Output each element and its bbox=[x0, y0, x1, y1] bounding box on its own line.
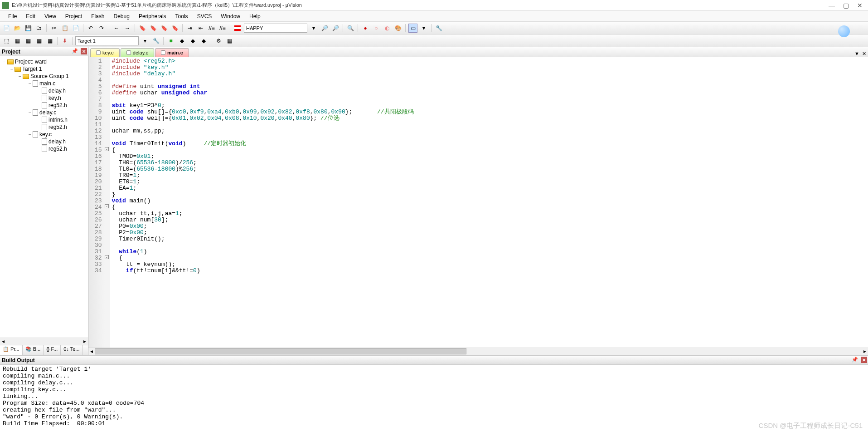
close-button[interactable]: ✕ bbox=[857, 2, 863, 9]
nav-forward-icon[interactable]: → bbox=[123, 24, 132, 33]
indent-icon[interactable]: ⇥ bbox=[185, 24, 194, 33]
layout-dropdown-icon[interactable]: ▾ bbox=[419, 24, 428, 33]
tree-node[interactable]: delay.h bbox=[1, 87, 87, 94]
scroll-left-arrow-icon[interactable]: ◂ bbox=[88, 348, 95, 355]
manage-env-icon[interactable]: ◆ bbox=[188, 36, 197, 45]
redo-icon[interactable]: ↷ bbox=[97, 24, 106, 33]
manage-rte-icon[interactable]: ⚙ bbox=[214, 36, 223, 45]
scroll-left-icon[interactable]: ◂ bbox=[0, 338, 6, 345]
scrollbar-thumb[interactable] bbox=[95, 348, 466, 354]
find-flag-icon[interactable] bbox=[233, 24, 242, 33]
tree-node[interactable]: reg52.h bbox=[1, 123, 87, 131]
tree-toggle-icon[interactable]: − bbox=[27, 110, 33, 115]
new-file-icon[interactable]: 📄 bbox=[2, 24, 11, 33]
tree-node[interactable]: key.h bbox=[1, 94, 87, 102]
tree-node[interactable]: delay.h bbox=[1, 138, 87, 145]
paste-icon[interactable]: 📄 bbox=[71, 24, 80, 33]
tree-toggle-icon[interactable]: − bbox=[17, 74, 23, 79]
rebuild-icon[interactable]: ▦ bbox=[24, 36, 33, 45]
stop-build-icon[interactable]: ▦ bbox=[45, 36, 54, 45]
tree-node[interactable]: −Source Group 1 bbox=[1, 73, 87, 80]
tree-node[interactable]: intrins.h bbox=[1, 116, 87, 123]
maximize-button[interactable]: ▢ bbox=[843, 2, 849, 9]
download-icon[interactable]: ⬇ bbox=[60, 36, 69, 45]
window-layout-icon[interactable]: ▭ bbox=[408, 24, 417, 33]
find-icon[interactable]: 🔎 bbox=[320, 24, 329, 33]
bookmark-next-icon[interactable]: 🔖 bbox=[160, 24, 169, 33]
cut-icon[interactable]: ✂ bbox=[49, 24, 58, 33]
fold-toggle-icon[interactable]: - bbox=[105, 147, 109, 151]
horizontal-scrollbar[interactable]: ◂ ▸ bbox=[88, 348, 868, 355]
project-tab-0[interactable]: 📋 Pr... bbox=[0, 345, 23, 355]
open-icon[interactable]: 📂 bbox=[13, 24, 22, 33]
tree-toggle-icon[interactable]: − bbox=[9, 67, 15, 72]
debug-icon[interactable]: 🔍 bbox=[346, 24, 355, 33]
configure-icon[interactable]: 🔧 bbox=[434, 24, 443, 33]
build-close-icon[interactable]: ✕ bbox=[861, 357, 867, 363]
bookmark-clear-icon[interactable]: 🔖 bbox=[170, 24, 179, 33]
project-tab-2[interactable]: {} F... bbox=[44, 345, 61, 355]
project-tab-3[interactable]: 0↓ Te... bbox=[61, 345, 82, 355]
save-all-icon[interactable]: 🗂 bbox=[34, 24, 44, 33]
build-icon[interactable]: ▦ bbox=[13, 36, 22, 45]
undo-icon[interactable]: ↶ bbox=[86, 24, 95, 33]
pin-icon[interactable]: 📌 bbox=[72, 48, 78, 54]
batch-build-icon[interactable]: ▦ bbox=[34, 36, 44, 45]
outdent-icon[interactable]: ⇤ bbox=[196, 24, 205, 33]
save-icon[interactable]: 💾 bbox=[24, 24, 33, 33]
bookmark-prev-icon[interactable]: 🔖 bbox=[149, 24, 158, 33]
uncomment-icon[interactable]: //≡ bbox=[218, 24, 227, 33]
tree-toggle-icon[interactable]: − bbox=[2, 59, 7, 64]
incremental-find-icon[interactable]: 🔎 bbox=[331, 24, 340, 33]
project-tree[interactable]: −Project: ward−Target 1−Source Group 1−m… bbox=[0, 56, 88, 338]
target-dropdown-icon[interactable]: ▾ bbox=[141, 36, 150, 45]
tree-toggle-icon[interactable]: − bbox=[27, 132, 33, 137]
menu-window[interactable]: Window bbox=[216, 12, 245, 20]
scroll-right-arrow-icon[interactable]: ▸ bbox=[862, 348, 868, 355]
menu-edit[interactable]: Edit bbox=[21, 12, 40, 20]
translate-icon[interactable]: ⬚ bbox=[2, 36, 11, 45]
bookmark-icon[interactable]: 🔖 bbox=[138, 24, 147, 33]
comment-icon[interactable]: //≡ bbox=[207, 24, 216, 33]
menu-peripherals[interactable]: Peripherals bbox=[134, 12, 171, 20]
menu-file[interactable]: File bbox=[4, 12, 21, 20]
options-icon[interactable]: 🔧 bbox=[151, 36, 160, 45]
tab-close-icon[interactable]: ✕ bbox=[862, 51, 866, 57]
code-content[interactable]: #include <reg52.h>#include "key.h"#inclu… bbox=[110, 57, 416, 348]
menu-debug[interactable]: Debug bbox=[109, 12, 134, 20]
file-ext-icon[interactable]: ◆ bbox=[177, 36, 186, 45]
breakpoint-disable-icon[interactable]: ◐ bbox=[383, 24, 392, 33]
menu-help[interactable]: Help bbox=[245, 12, 265, 20]
tree-node[interactable]: reg52.h bbox=[1, 145, 87, 152]
breakpoint-enable-icon[interactable]: ○ bbox=[372, 24, 381, 33]
menu-tools[interactable]: Tools bbox=[171, 12, 193, 20]
manage-multi-icon[interactable]: ◆ bbox=[199, 36, 208, 45]
tree-node[interactable]: reg52.h bbox=[1, 102, 87, 109]
file-tab-key.c[interactable]: key.c bbox=[90, 48, 120, 57]
breakpoint-kill-icon[interactable]: 🎨 bbox=[393, 24, 402, 33]
tree-node[interactable]: −main.c bbox=[1, 80, 87, 87]
panel-close-icon[interactable]: ✕ bbox=[81, 48, 87, 54]
tree-node[interactable]: −key.c bbox=[1, 131, 87, 138]
nav-back-icon[interactable]: ← bbox=[112, 24, 121, 33]
code-editor[interactable]: 1234567891011121314151617181920212223242… bbox=[88, 57, 868, 348]
build-output-text[interactable]: Rebuild target 'Target 1' compiling main… bbox=[0, 365, 868, 432]
breakpoint-insert-icon[interactable]: ● bbox=[361, 24, 370, 33]
tree-node[interactable]: −Target 1 bbox=[1, 65, 87, 73]
file-tab-delay.c[interactable]: delay.c bbox=[121, 48, 154, 57]
target-select[interactable] bbox=[75, 36, 139, 45]
menu-svcs[interactable]: SVCS bbox=[193, 12, 217, 20]
menu-flash[interactable]: Flash bbox=[87, 12, 109, 20]
manage-books-icon[interactable]: ■ bbox=[166, 36, 175, 45]
search-dropdown-icon[interactable]: ▾ bbox=[309, 24, 318, 33]
fold-toggle-icon[interactable]: - bbox=[105, 255, 109, 259]
menu-view[interactable]: View bbox=[40, 12, 61, 20]
fold-column[interactable]: --- bbox=[105, 57, 110, 348]
search-combo[interactable] bbox=[244, 24, 307, 33]
copy-icon[interactable]: 📋 bbox=[60, 24, 69, 33]
pack-installer-icon[interactable]: ▦ bbox=[225, 36, 234, 45]
tree-toggle-icon[interactable]: − bbox=[27, 81, 33, 86]
build-pin-icon[interactable]: 📌 bbox=[852, 357, 858, 363]
file-tab-main.c[interactable]: main.c bbox=[155, 48, 189, 57]
tree-node[interactable]: −delay.c bbox=[1, 109, 87, 116]
